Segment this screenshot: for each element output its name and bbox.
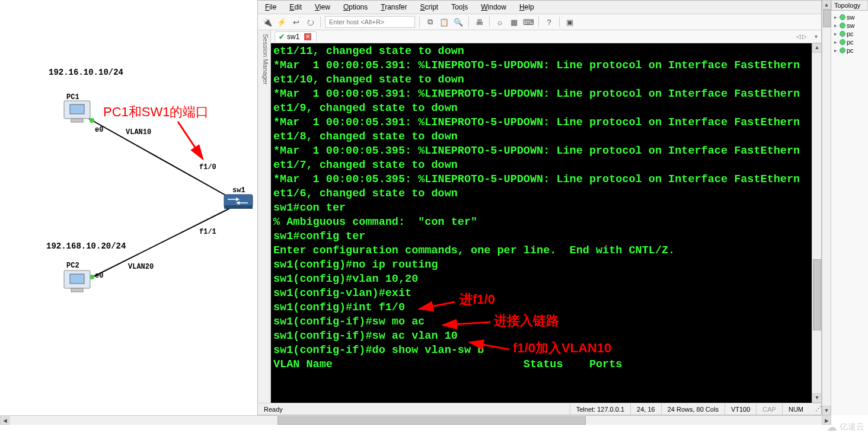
menu-help[interactable]: Help xyxy=(518,2,535,12)
separator xyxy=(538,17,539,27)
status-dot-icon xyxy=(840,47,845,53)
expand-icon[interactable]: ▸ xyxy=(832,31,838,37)
expand-icon[interactable]: ▸ xyxy=(832,47,838,53)
svg-line-0 xyxy=(89,119,237,202)
status-dimensions: 24 Rows, 80 Cols xyxy=(662,403,725,415)
status-dot-icon xyxy=(840,14,845,20)
menu-transfer[interactable]: Transfer xyxy=(379,2,408,12)
tab-sw1[interactable]: ✔ sw1 ✕ xyxy=(275,31,317,42)
menu-options[interactable]: Options xyxy=(342,2,369,12)
settings-icon[interactable]: ☼ xyxy=(494,16,506,28)
terminal-line: sw1(config)#no ip routing xyxy=(273,258,819,272)
scroll-up-icon[interactable]: ▲ xyxy=(812,43,821,53)
node-label: sw xyxy=(847,14,854,21)
ip-pc2: 192.168.10.20/24 xyxy=(46,241,126,251)
menu-script[interactable]: Script xyxy=(419,2,440,12)
pc1-port: e0 xyxy=(95,126,103,134)
watermark-text: 亿速云 xyxy=(840,422,864,432)
outer-vertical-scrollbar[interactable]: ▲ ▼ xyxy=(822,0,831,415)
help-icon[interactable]: ? xyxy=(543,16,555,28)
separator xyxy=(559,17,560,27)
node-label: pc xyxy=(847,47,854,54)
print-icon[interactable]: 🖶 xyxy=(473,16,485,28)
scroll-down-icon[interactable]: ▼ xyxy=(822,406,831,415)
paste-icon[interactable]: 📋 xyxy=(438,16,450,28)
topology-tree[interactable]: ▸sw▸sw▸pc▸pc▸pc xyxy=(831,11,868,57)
keyboard-icon[interactable]: ⌨ xyxy=(522,16,534,28)
resize-grip-icon[interactable]: ⋰ xyxy=(809,403,821,415)
session-options-icon[interactable]: ▦ xyxy=(508,16,520,28)
find-icon[interactable]: 🔍 xyxy=(452,16,464,28)
tab-list-icon[interactable]: ▾ xyxy=(815,33,818,40)
topology-node[interactable]: ▸sw xyxy=(832,21,867,30)
svg-rect-7 xyxy=(70,104,84,114)
session-manager-pane[interactable]: Session Manager xyxy=(258,30,271,403)
outer-horizontal-scrollbar[interactable]: ◀ ▶ xyxy=(0,415,831,425)
topology-node[interactable]: ▸sw xyxy=(832,13,867,21)
ip-pc1: 192.16.10.10/24 xyxy=(49,68,123,77)
vlan20-label: VLAN20 xyxy=(128,263,154,271)
terminal-line: et1/8, changed state to down xyxy=(273,130,819,144)
svg-line-18 xyxy=(178,122,203,159)
scroll-left-icon[interactable]: ◀ xyxy=(0,416,9,425)
terminal-line: sw1#con ter xyxy=(273,201,819,215)
separator xyxy=(320,17,321,27)
vlan10-label: VLAN10 xyxy=(126,128,151,136)
menu-edit[interactable]: Edit xyxy=(288,2,303,12)
expand-icon[interactable]: ▸ xyxy=(832,23,838,28)
scroll-thumb[interactable] xyxy=(277,416,586,425)
host-input[interactable] xyxy=(325,16,415,28)
status-ready: Ready xyxy=(258,403,570,415)
menu-file[interactable]: FFileile xyxy=(264,2,277,12)
terminal-line: % Ambiguous command: "con ter" xyxy=(273,215,819,230)
status-emulation: VT100 xyxy=(725,403,757,415)
terminal-line: sw1(config-vlan)#exit xyxy=(273,287,819,301)
close-tab-icon[interactable]: ✕ xyxy=(304,33,311,40)
node-label: pc xyxy=(847,30,854,37)
expand-icon[interactable]: ▸ xyxy=(832,39,838,45)
terminal-line: Enter configuration commands, one per li… xyxy=(273,244,819,258)
scroll-thumb[interactable] xyxy=(813,259,821,330)
topology-node[interactable]: ▸pc xyxy=(832,46,867,55)
tile-icon[interactable]: ▣ xyxy=(564,16,576,28)
menu-view[interactable]: View xyxy=(314,2,331,12)
terminal-line: et1/6, changed state to down xyxy=(273,187,819,201)
toolbar: 🔌 ⚡ ↩ ⭮ ⧉ 📋 🔍 🖶 ☼ ▦ ⌨ ? ▣ xyxy=(258,14,821,30)
terminal-line: sw1(config-if)#sw mo ac xyxy=(273,315,819,329)
scroll-thumb[interactable] xyxy=(823,9,831,27)
tab-prev-icon[interactable]: ◁ xyxy=(796,33,801,40)
quick-connect-icon[interactable]: ⚡ xyxy=(276,16,288,28)
scroll-up-icon[interactable]: ▲ xyxy=(822,0,831,9)
topology-node[interactable]: ▸pc xyxy=(832,30,867,38)
terminal-line: *Mar 1 00:00:05.391: %LINEPROTO-5-UPDOWN… xyxy=(273,116,819,130)
separator xyxy=(468,17,469,27)
expand-icon[interactable]: ▸ xyxy=(832,14,838,20)
scroll-down-icon[interactable]: ▼ xyxy=(812,393,821,403)
reconnect-icon[interactable]: ↩ xyxy=(290,16,302,28)
pc1-label: PC1 xyxy=(66,93,79,101)
f11-label: f1/1 xyxy=(199,228,216,236)
terminal-line: *Mar 1 00:00:05.395: %LINEPROTO-5-UPDOWN… xyxy=(273,144,819,158)
disconnect-icon[interactable]: ⭮ xyxy=(304,16,316,28)
f10-label: f1/0 xyxy=(199,163,216,171)
gns3-topology-canvas[interactable]: 192.16.10.10/24 PC1 e0 VLAN10 f1/0 sw1 f… xyxy=(0,0,257,436)
vertical-scrollbar[interactable]: ▲ ▼ xyxy=(812,43,821,403)
svg-rect-8 xyxy=(71,119,83,122)
topology-node[interactable]: ▸pc xyxy=(832,38,867,46)
annotation-pc1-sw1-port: PC1和SW1的端口 xyxy=(103,103,209,121)
terminal-line: sw1(config-if)#do show vlan-sw b xyxy=(273,343,819,358)
menu-tools[interactable]: Tools xyxy=(450,2,469,12)
terminal-line: *Mar 1 00:00:05.391: %LINEPROTO-5-UPDOWN… xyxy=(273,59,819,73)
terminal-line: *Mar 1 00:00:05.395: %LINEPROTO-5-UPDOWN… xyxy=(273,173,819,187)
copy-icon[interactable]: ⧉ xyxy=(424,16,436,28)
check-icon: ✔ xyxy=(279,33,285,41)
tab-next-icon[interactable]: ▷ xyxy=(802,33,807,40)
pc2-port: e0 xyxy=(95,272,103,280)
status-cursor-pos: 24, 16 xyxy=(631,403,662,415)
connect-icon[interactable]: 🔌 xyxy=(261,16,273,28)
terminal-line: sw1#config ter xyxy=(273,230,819,244)
menu-window[interactable]: Window xyxy=(480,2,508,12)
tab-label: sw1 xyxy=(287,33,299,41)
terminal[interactable]: et1/11, changed state to down*Mar 1 00:0… xyxy=(271,43,821,403)
terminal-line: et1/11, changed state to down xyxy=(273,44,819,59)
